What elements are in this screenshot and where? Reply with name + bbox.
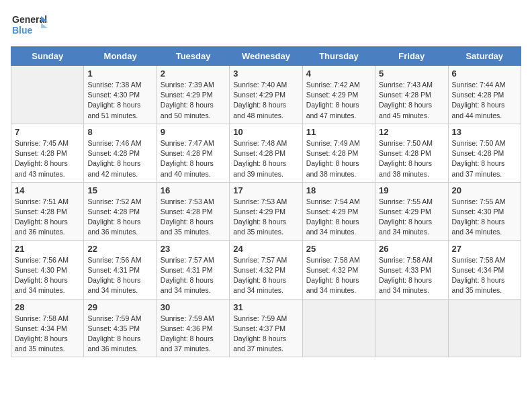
calendar-day-cell: 7Sunrise: 7:45 AMSunset: 4:28 PMDaylight… bbox=[11, 124, 84, 182]
day-info: Sunrise: 7:59 AMSunset: 4:37 PMDaylight:… bbox=[233, 314, 298, 355]
day-number: 4 bbox=[306, 68, 371, 79]
day-number: 29 bbox=[87, 302, 152, 312]
day-number: 6 bbox=[452, 68, 517, 79]
day-number: 1 bbox=[87, 68, 152, 79]
day-info: Sunrise: 7:45 AMSunset: 4:28 PMDaylight:… bbox=[15, 138, 80, 179]
calendar-day-cell: 2Sunrise: 7:39 AMSunset: 4:29 PMDaylight… bbox=[157, 66, 229, 124]
day-number: 19 bbox=[379, 185, 444, 195]
calendar-day-cell: 12Sunrise: 7:50 AMSunset: 4:28 PMDayligh… bbox=[375, 124, 448, 182]
calendar-day-cell: 10Sunrise: 7:48 AMSunset: 4:28 PMDayligh… bbox=[230, 124, 302, 182]
calendar-day-cell: 17Sunrise: 7:53 AMSunset: 4:29 PMDayligh… bbox=[230, 182, 302, 240]
day-info: Sunrise: 7:46 AMSunset: 4:28 PMDaylight:… bbox=[87, 138, 152, 179]
day-number: 5 bbox=[379, 68, 444, 79]
day-info: Sunrise: 7:56 AMSunset: 4:31 PMDaylight:… bbox=[87, 255, 152, 296]
weekday-header-tuesday: Tuesday bbox=[157, 47, 229, 66]
calendar-day-cell: 5Sunrise: 7:43 AMSunset: 4:28 PMDaylight… bbox=[375, 66, 448, 124]
header: GeneralBlue bbox=[11, 11, 521, 41]
weekday-header-friday: Friday bbox=[375, 47, 448, 66]
calendar-day-cell: 6Sunrise: 7:44 AMSunset: 4:28 PMDaylight… bbox=[448, 66, 521, 124]
calendar-day-cell: 26Sunrise: 7:58 AMSunset: 4:33 PMDayligh… bbox=[375, 240, 448, 299]
day-number: 3 bbox=[233, 68, 298, 79]
calendar-day-cell: 21Sunrise: 7:56 AMSunset: 4:30 PMDayligh… bbox=[11, 240, 84, 299]
calendar-day-cell: 31Sunrise: 7:59 AMSunset: 4:37 PMDayligh… bbox=[230, 299, 302, 357]
calendar-day-cell: 4Sunrise: 7:42 AMSunset: 4:29 PMDaylight… bbox=[302, 66, 375, 124]
calendar-day-cell: 9Sunrise: 7:47 AMSunset: 4:28 PMDaylight… bbox=[157, 124, 229, 182]
day-info: Sunrise: 7:57 AMSunset: 4:31 PMDaylight:… bbox=[161, 255, 226, 296]
day-info: Sunrise: 7:59 AMSunset: 4:36 PMDaylight:… bbox=[161, 314, 226, 355]
calendar-day-cell: 30Sunrise: 7:59 AMSunset: 4:36 PMDayligh… bbox=[157, 299, 229, 357]
day-number: 26 bbox=[379, 244, 444, 254]
calendar-day-cell: 16Sunrise: 7:53 AMSunset: 4:28 PMDayligh… bbox=[157, 182, 229, 240]
day-info: Sunrise: 7:58 AMSunset: 4:34 PMDaylight:… bbox=[452, 255, 517, 296]
day-info: Sunrise: 7:54 AMSunset: 4:29 PMDaylight:… bbox=[306, 197, 371, 238]
day-info: Sunrise: 7:58 AMSunset: 4:34 PMDaylight:… bbox=[15, 314, 80, 355]
calendar-day-cell: 8Sunrise: 7:46 AMSunset: 4:28 PMDaylight… bbox=[84, 124, 157, 182]
logo-svg: GeneralBlue bbox=[11, 11, 51, 41]
day-number: 30 bbox=[161, 302, 226, 312]
day-info: Sunrise: 7:53 AMSunset: 4:29 PMDaylight:… bbox=[233, 197, 298, 238]
day-info: Sunrise: 7:49 AMSunset: 4:28 PMDaylight:… bbox=[306, 138, 371, 179]
day-number: 8 bbox=[87, 127, 152, 137]
day-info: Sunrise: 7:55 AMSunset: 4:30 PMDaylight:… bbox=[452, 197, 517, 238]
calendar-week-row: 7Sunrise: 7:45 AMSunset: 4:28 PMDaylight… bbox=[11, 124, 521, 182]
logo: GeneralBlue bbox=[11, 11, 51, 41]
day-info: Sunrise: 7:57 AMSunset: 4:32 PMDaylight:… bbox=[233, 255, 298, 296]
calendar-table: SundayMondayTuesdayWednesdayThursdayFrid… bbox=[11, 46, 521, 357]
calendar-day-cell: 11Sunrise: 7:49 AMSunset: 4:28 PMDayligh… bbox=[302, 124, 375, 182]
day-number: 27 bbox=[452, 244, 517, 254]
day-number: 14 bbox=[15, 185, 80, 195]
empty-cell bbox=[302, 299, 375, 357]
calendar-day-cell: 18Sunrise: 7:54 AMSunset: 4:29 PMDayligh… bbox=[302, 182, 375, 240]
day-info: Sunrise: 7:47 AMSunset: 4:28 PMDaylight:… bbox=[161, 138, 226, 179]
day-number: 9 bbox=[161, 127, 226, 137]
day-number: 31 bbox=[233, 302, 298, 312]
day-number: 25 bbox=[306, 244, 371, 254]
day-info: Sunrise: 7:58 AMSunset: 4:33 PMDaylight:… bbox=[379, 255, 444, 296]
weekday-header-thursday: Thursday bbox=[302, 47, 375, 66]
calendar-week-row: 14Sunrise: 7:51 AMSunset: 4:28 PMDayligh… bbox=[11, 182, 521, 240]
day-info: Sunrise: 7:43 AMSunset: 4:28 PMDaylight:… bbox=[379, 80, 444, 121]
day-number: 21 bbox=[15, 244, 80, 254]
calendar-day-cell: 29Sunrise: 7:59 AMSunset: 4:35 PMDayligh… bbox=[84, 299, 157, 357]
day-number: 20 bbox=[452, 185, 517, 195]
calendar-week-row: 1Sunrise: 7:38 AMSunset: 4:30 PMDaylight… bbox=[11, 66, 521, 124]
day-info: Sunrise: 7:59 AMSunset: 4:35 PMDaylight:… bbox=[87, 314, 152, 355]
day-info: Sunrise: 7:48 AMSunset: 4:28 PMDaylight:… bbox=[233, 138, 298, 179]
day-info: Sunrise: 7:50 AMSunset: 4:28 PMDaylight:… bbox=[379, 138, 444, 179]
day-number: 18 bbox=[306, 185, 371, 195]
day-number: 24 bbox=[233, 244, 298, 254]
day-number: 12 bbox=[379, 127, 444, 137]
day-info: Sunrise: 7:39 AMSunset: 4:29 PMDaylight:… bbox=[161, 80, 226, 121]
calendar-day-cell: 23Sunrise: 7:57 AMSunset: 4:31 PMDayligh… bbox=[157, 240, 229, 299]
day-number: 2 bbox=[161, 68, 226, 79]
day-info: Sunrise: 7:55 AMSunset: 4:29 PMDaylight:… bbox=[379, 197, 444, 238]
calendar-day-cell: 27Sunrise: 7:58 AMSunset: 4:34 PMDayligh… bbox=[448, 240, 521, 299]
day-info: Sunrise: 7:40 AMSunset: 4:29 PMDaylight:… bbox=[233, 80, 298, 121]
calendar-day-cell: 3Sunrise: 7:40 AMSunset: 4:29 PMDaylight… bbox=[230, 66, 302, 124]
calendar-day-cell: 14Sunrise: 7:51 AMSunset: 4:28 PMDayligh… bbox=[11, 182, 84, 240]
day-info: Sunrise: 7:51 AMSunset: 4:28 PMDaylight:… bbox=[15, 197, 80, 238]
day-info: Sunrise: 7:50 AMSunset: 4:28 PMDaylight:… bbox=[452, 138, 517, 179]
weekday-header-saturday: Saturday bbox=[448, 47, 521, 66]
calendar-day-cell: 24Sunrise: 7:57 AMSunset: 4:32 PMDayligh… bbox=[230, 240, 302, 299]
day-number: 28 bbox=[15, 302, 80, 312]
weekday-header-wednesday: Wednesday bbox=[230, 47, 302, 66]
day-number: 23 bbox=[161, 244, 226, 254]
day-number: 10 bbox=[233, 127, 298, 137]
calendar-body: 1Sunrise: 7:38 AMSunset: 4:30 PMDaylight… bbox=[11, 66, 521, 357]
day-info: Sunrise: 7:42 AMSunset: 4:29 PMDaylight:… bbox=[306, 80, 371, 121]
calendar-week-row: 21Sunrise: 7:56 AMSunset: 4:30 PMDayligh… bbox=[11, 240, 521, 299]
calendar-day-cell: 1Sunrise: 7:38 AMSunset: 4:30 PMDaylight… bbox=[84, 66, 157, 124]
calendar-day-cell: 15Sunrise: 7:52 AMSunset: 4:28 PMDayligh… bbox=[84, 182, 157, 240]
empty-cell bbox=[448, 299, 521, 357]
calendar-day-cell: 13Sunrise: 7:50 AMSunset: 4:28 PMDayligh… bbox=[448, 124, 521, 182]
day-info: Sunrise: 7:58 AMSunset: 4:32 PMDaylight:… bbox=[306, 255, 371, 296]
weekday-header-row: SundayMondayTuesdayWednesdayThursdayFrid… bbox=[11, 47, 521, 66]
day-number: 15 bbox=[87, 185, 152, 195]
day-info: Sunrise: 7:44 AMSunset: 4:28 PMDaylight:… bbox=[452, 80, 517, 121]
day-number: 16 bbox=[161, 185, 226, 195]
empty-cell bbox=[11, 66, 84, 124]
calendar-day-cell: 28Sunrise: 7:58 AMSunset: 4:34 PMDayligh… bbox=[11, 299, 84, 357]
calendar-header: SundayMondayTuesdayWednesdayThursdayFrid… bbox=[11, 47, 521, 66]
calendar-day-cell: 20Sunrise: 7:55 AMSunset: 4:30 PMDayligh… bbox=[448, 182, 521, 240]
